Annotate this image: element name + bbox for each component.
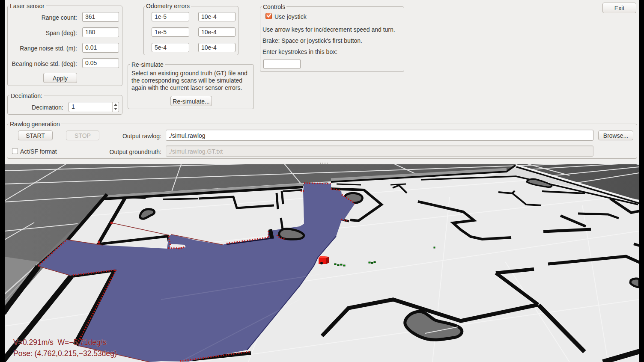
- svg-text:Pose: (4.762,0.215,−32.53deg): Pose: (4.762,0.215,−32.53deg): [13, 349, 117, 358]
- svg-text:V=0.291m/s W=−5.71deg/s: V=0.291m/s W=−5.71deg/s: [13, 338, 107, 347]
